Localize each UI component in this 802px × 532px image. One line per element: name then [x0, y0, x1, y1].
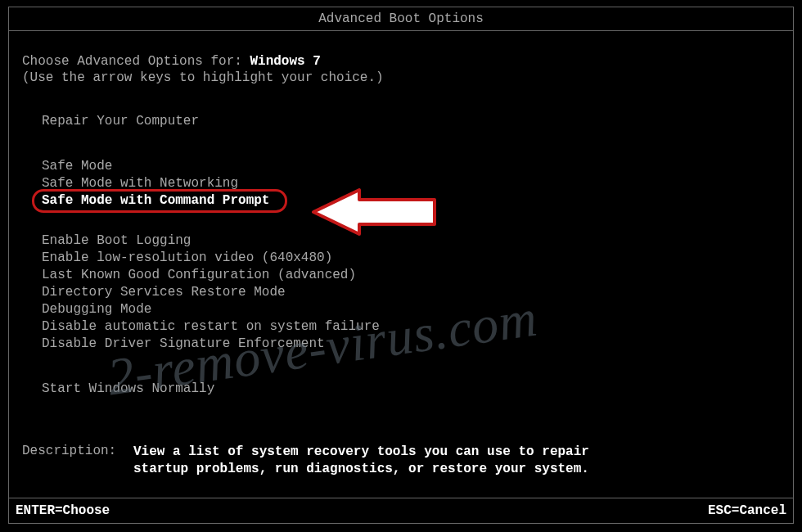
footer-bar: ENTER=Choose ESC=Cancel	[9, 498, 793, 524]
footer-enter: ENTER=Choose	[16, 502, 110, 520]
group-advanced: Enable Boot Logging Enable low-resolutio…	[42, 232, 780, 353]
page-title: Advanced Boot Options	[318, 11, 484, 26]
option-directory-services-restore[interactable]: Directory Services Restore Mode	[42, 284, 286, 301]
option-safe-mode-networking[interactable]: Safe Mode with Networking	[42, 175, 238, 192]
footer-esc: ESC=Cancel	[708, 502, 786, 520]
description-text: View a list of system recovery tools you…	[133, 444, 592, 478]
group-repair: Repair Your Computer	[42, 113, 780, 130]
option-disable-driver-sig[interactable]: Disable Driver Signature Enforcement	[42, 336, 325, 353]
option-safe-mode-command-prompt[interactable]: Safe Mode with Command Prompt	[42, 192, 269, 210]
option-safe-mode[interactable]: Safe Mode	[42, 158, 112, 175]
option-last-known-good[interactable]: Last Known Good Configuration (advanced)	[42, 267, 356, 284]
description-block: Description: View a list of system recov…	[22, 444, 780, 478]
option-disable-auto-restart[interactable]: Disable automatic restart on system fail…	[42, 318, 380, 336]
option-low-res-video[interactable]: Enable low-resolution video (640x480)	[42, 250, 332, 267]
description-label: Description:	[22, 444, 133, 478]
option-repair-your-computer[interactable]: Repair Your Computer	[42, 113, 199, 130]
group-safe-mode: Safe Mode Safe Mode with Networking Safe…	[42, 158, 780, 210]
option-enable-boot-logging[interactable]: Enable Boot Logging	[42, 232, 191, 250]
hint-text: (Use the arrow keys to highlight your ch…	[22, 70, 780, 85]
title-bar: Advanced Boot Options	[9, 7, 793, 31]
os-name: Windows 7	[250, 54, 320, 69]
choose-line: Choose Advanced Options for: Windows 7	[22, 54, 780, 69]
option-debugging-mode[interactable]: Debugging Mode	[42, 301, 151, 318]
option-label: Safe Mode with Command Prompt	[42, 193, 269, 208]
choose-prefix: Choose Advanced Options for:	[22, 54, 250, 69]
option-start-normally[interactable]: Start Windows Normally	[42, 381, 214, 398]
group-normal: Start Windows Normally	[42, 381, 780, 398]
